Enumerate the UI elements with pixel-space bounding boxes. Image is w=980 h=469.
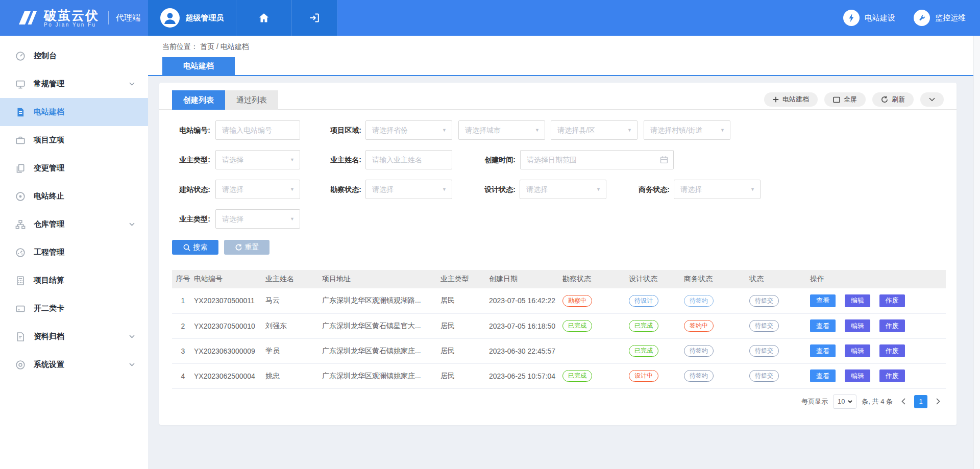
created-date: 2023-06-30 22:45:57 <box>489 338 562 363</box>
owner-name: 刘强东 <box>265 313 322 338</box>
logo-text: 破茧云伏 Po Jian Yun Fu <box>44 9 99 28</box>
collapse-toolbar-button[interactable] <box>920 92 944 107</box>
edit-button[interactable]: 编辑 <box>845 319 870 332</box>
business-status-label: 商务状态: <box>633 180 670 199</box>
user-name: 超级管理员 <box>186 13 224 23</box>
sidebar-item-engineering-mgmt[interactable]: 工程管理 <box>0 238 148 266</box>
dashboard-icon <box>15 51 26 61</box>
col-index: 序号 <box>172 270 194 288</box>
calendar-icon <box>660 156 668 164</box>
app-subtitle: Po Jian Yun Fu <box>44 22 99 28</box>
brand-area: 破茧云伏 Po Jian Yun Fu 代理端 <box>0 0 148 36</box>
header-right-nav: 电站建设 监控运维 <box>843 0 980 36</box>
page-size-suffix: 条, 共 4 条 <box>862 397 893 406</box>
view-button[interactable]: 查看 <box>810 344 836 357</box>
current-user[interactable]: 超级管理员 <box>148 0 236 36</box>
fullscreen-button[interactable]: 全屏 <box>824 92 866 107</box>
owner-name: 姚忠 <box>265 363 322 388</box>
sidebar-item-general-mgmt[interactable]: 常规管理 <box>0 70 148 98</box>
design-status-label: 设计状态: <box>480 180 516 199</box>
next-page-button[interactable] <box>933 395 944 408</box>
village-select[interactable]: 请选择村镇/街道▼ <box>644 120 730 140</box>
create-station-button[interactable]: 电站建档 <box>764 92 818 107</box>
sidebar-item-console[interactable]: 控制台 <box>0 42 148 70</box>
edit-button[interactable]: 编辑 <box>845 369 870 382</box>
tab-create-list[interactable]: 创建列表 <box>172 90 225 110</box>
refresh-button[interactable]: 刷新 <box>872 92 914 107</box>
divider <box>108 11 109 24</box>
status-badge: 待提交 <box>749 370 779 382</box>
owner-type-select[interactable]: 请选择▼ <box>215 150 300 169</box>
station-id-label: 电站编号: <box>172 120 210 140</box>
col-design-status: 设计状态 <box>629 270 684 288</box>
sidebar-item-system-settings[interactable]: 系统设置 <box>0 351 148 379</box>
business-status-badge: 待签约 <box>684 295 714 307</box>
station-id-input[interactable] <box>215 120 300 140</box>
logout-button[interactable] <box>292 0 337 36</box>
col-status: 状态 <box>749 270 810 288</box>
prev-page-button[interactable] <box>898 395 909 408</box>
calculator-icon <box>15 276 26 286</box>
sidebar-item-station-archive[interactable]: 电站建档 <box>0 98 148 126</box>
address: 广东深圳龙华区观澜镇姚家庄... <box>322 363 440 388</box>
filter-row-3: 建站状态: 请选择▼ 勘察状态: 请选择▼ 设计状态: 请选择▼ 商务状态: 请… <box>172 180 944 199</box>
void-button[interactable]: 作废 <box>879 319 905 332</box>
design-status-select[interactable]: 请选择▼ <box>520 180 606 199</box>
sidebar-item-data-archive[interactable]: 资料归档 <box>0 323 148 351</box>
date-range-picker[interactable] <box>520 150 674 169</box>
business-status-select[interactable]: 请选择▼ <box>674 180 761 199</box>
build-status-select[interactable]: 请选择▼ <box>215 180 300 199</box>
survey-status-badge: 已完成 <box>562 320 592 332</box>
page-size-select[interactable]: 10 <box>833 394 856 409</box>
portal-label: 代理端 <box>116 13 140 23</box>
page-tab-station-archive[interactable]: 电站建档 <box>162 57 235 75</box>
home-button[interactable] <box>236 0 292 36</box>
scrollbar-track[interactable] <box>973 36 980 469</box>
province-select[interactable]: 请选择省份▼ <box>365 120 452 140</box>
owner-name-input[interactable] <box>365 150 452 169</box>
row-index: 4 <box>172 363 194 388</box>
sidebar-item-project-settlement[interactable]: 项目结算 <box>0 266 148 294</box>
view-button[interactable]: 查看 <box>810 369 836 382</box>
city-select[interactable]: 请选择城市▼ <box>458 120 545 140</box>
nav-monitor-ops[interactable]: 监控运维 <box>914 10 966 26</box>
business-status-badge: 签约中 <box>684 320 714 332</box>
owner-type2-select[interactable]: 请选择▼ <box>215 209 300 229</box>
caret-down-icon <box>848 400 852 403</box>
document-icon <box>15 107 26 117</box>
nav-station-build[interactable]: 电站建设 <box>843 10 895 26</box>
owner-type: 居民 <box>440 313 489 338</box>
void-button[interactable]: 作废 <box>879 369 905 382</box>
copy-icon <box>15 163 26 174</box>
void-button[interactable]: 作废 <box>879 344 905 357</box>
design-status-badge: 已完成 <box>629 345 658 357</box>
sidebar-item-station-termination[interactable]: 电站终止 <box>0 182 148 210</box>
design-status-badge: 已完成 <box>629 320 658 332</box>
date-range-input[interactable] <box>521 151 673 169</box>
row-index: 3 <box>172 338 194 363</box>
view-button[interactable]: 查看 <box>810 294 836 307</box>
reset-button[interactable]: 重置 <box>224 240 270 255</box>
list-panel: 创建列表 通过列表 电站建档 全屏 刷新 <box>159 83 957 425</box>
page-number-button[interactable]: 1 <box>914 395 927 408</box>
view-button[interactable]: 查看 <box>810 319 836 332</box>
county-select[interactable]: 请选择县/区▼ <box>551 120 638 140</box>
sidebar-item-class2-card[interactable]: 开二类卡 <box>0 294 148 323</box>
search-button[interactable]: 搜索 <box>172 240 218 255</box>
edit-button[interactable]: 编辑 <box>845 344 870 357</box>
header-spacer <box>337 0 843 36</box>
tab-passed-list[interactable]: 通过列表 <box>225 90 278 110</box>
status-badge: 待提交 <box>749 345 779 357</box>
void-button[interactable]: 作废 <box>879 294 905 307</box>
plus-icon <box>773 96 779 103</box>
sidebar-item-project-initiation[interactable]: 项目立项 <box>0 126 148 154</box>
col-station-id: 电站编号 <box>194 270 265 288</box>
sidebar-item-change-mgmt[interactable]: 变更管理 <box>0 154 148 182</box>
edit-button[interactable]: 编辑 <box>845 294 870 307</box>
col-created: 创建日期 <box>489 270 562 288</box>
home-icon <box>258 12 270 24</box>
chevron-left-icon <box>901 398 905 405</box>
survey-status-select[interactable]: 请选择▼ <box>365 180 452 199</box>
sidebar-item-warehouse-mgmt[interactable]: 仓库管理 <box>0 210 148 238</box>
station-table: 序号 电站编号 业主姓名 项目地址 业主类型 创建日期 勘察状态 设计状态 商务… <box>172 270 944 389</box>
